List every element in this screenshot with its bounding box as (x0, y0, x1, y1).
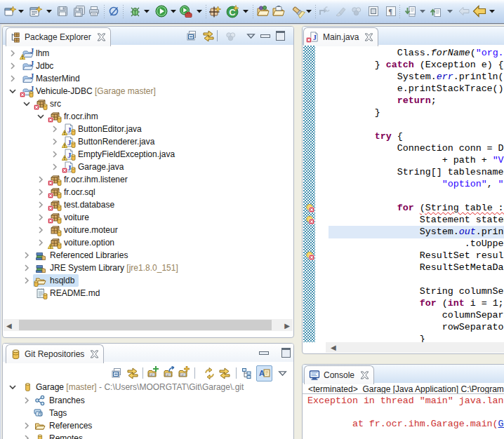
svg-text:¶: ¶ (389, 8, 392, 15)
svg-text:A: A (259, 369, 265, 377)
